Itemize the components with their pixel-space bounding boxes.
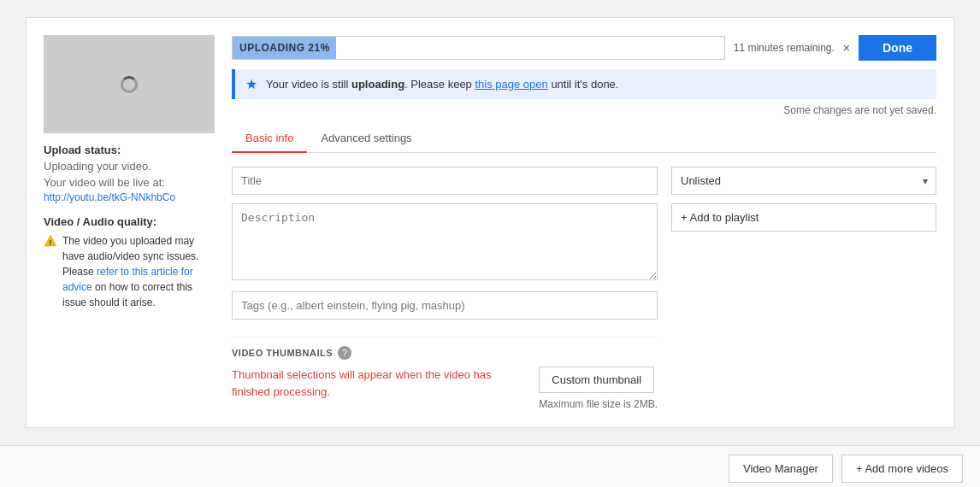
form-left: VIDEO THUMBNAILS ? Thumbnail selections … (232, 167, 658, 410)
description-input[interactable] (232, 203, 658, 280)
file-size-note: Maximum file size is 2MB. (539, 398, 658, 410)
upload-status-text: Uploading your video. (44, 160, 215, 173)
upload-bar-row: UPLOADING 21% 11 minutes remaining. × Do… (232, 35, 936, 61)
unsaved-note: Some changes are not yet saved. (232, 104, 936, 116)
form-right: Public Unlisted Private ▾ + Add to playl… (671, 167, 936, 410)
footer-bar: Video Manager + Add more videos (0, 445, 980, 487)
form-area: VIDEO THUMBNAILS ? Thumbnail selections … (232, 167, 936, 410)
tab-basic-info[interactable]: Basic info (232, 125, 307, 153)
progress-bar-wrap: UPLOADING 21% (232, 36, 725, 60)
quality-section: Video / Audio quality: ! The video you u… (44, 215, 215, 310)
upload-status-label: Upload status: (44, 144, 215, 156)
thumbnails-help-icon[interactable]: ? (338, 346, 351, 360)
info-banner: ★ Your video is still uploading. Please … (232, 69, 936, 99)
thumbnails-section: VIDEO THUMBNAILS ? Thumbnail selections … (232, 337, 658, 410)
thumbnails-body: Thumbnail selections will appear when th… (232, 367, 658, 410)
visibility-select[interactable]: Public Unlisted Private (671, 167, 936, 195)
live-link[interactable]: http://youtu.be/tkG-NNkhbCo (44, 191, 175, 203)
thumbnails-left: Thumbnail selections will appear when th… (232, 367, 522, 400)
progress-label: UPLOADING 21% (239, 42, 330, 54)
star-icon: ★ (245, 76, 257, 92)
close-icon[interactable]: × (843, 41, 850, 55)
tab-advanced-settings[interactable]: Advanced settings (307, 125, 425, 153)
info-text: Your video is still uploading. Please ke… (266, 78, 618, 91)
live-at-label: Your video will be live at: (44, 176, 215, 189)
add-to-playlist-button[interactable]: + Add to playlist (671, 203, 936, 232)
warning-icon: ! (44, 234, 57, 248)
title-input[interactable] (232, 167, 658, 195)
warning-text: The video you uploaded may have audio/vi… (62, 233, 215, 310)
done-button[interactable]: Done (859, 35, 936, 61)
thumbnails-header: VIDEO THUMBNAILS ? (232, 346, 658, 360)
time-remaining: 11 minutes remaining. (734, 42, 835, 54)
warning-box: ! The video you uploaded may have audio/… (44, 233, 215, 310)
visibility-select-wrap: Public Unlisted Private ▾ (671, 167, 936, 195)
tags-input[interactable] (232, 291, 658, 320)
thumbnails-right: Custom thumbnail Maximum file size is 2M… (539, 367, 658, 410)
main-area: Upload status: Uploading your video. You… (0, 0, 980, 445)
thumbnails-processing-text: Thumbnail selections will appear when th… (232, 367, 522, 400)
add-more-videos-button[interactable]: + Add more videos (841, 455, 963, 483)
left-panel: Upload status: Uploading your video. You… (44, 35, 215, 410)
right-panel: UPLOADING 21% 11 minutes remaining. × Do… (232, 35, 936, 410)
svg-text:!: ! (50, 238, 52, 247)
upload-card: Upload status: Uploading your video. You… (26, 17, 954, 428)
tabs: Basic info Advanced settings (232, 125, 936, 153)
loading-spinner (121, 76, 138, 93)
video-manager-button[interactable]: Video Manager (729, 455, 833, 483)
video-preview (44, 35, 215, 133)
thumbnails-title: VIDEO THUMBNAILS (232, 348, 333, 358)
custom-thumbnail-button[interactable]: Custom thumbnail (539, 367, 654, 393)
keep-page-open-link[interactable]: this page open (475, 78, 547, 91)
quality-label: Video / Audio quality: (44, 215, 215, 228)
